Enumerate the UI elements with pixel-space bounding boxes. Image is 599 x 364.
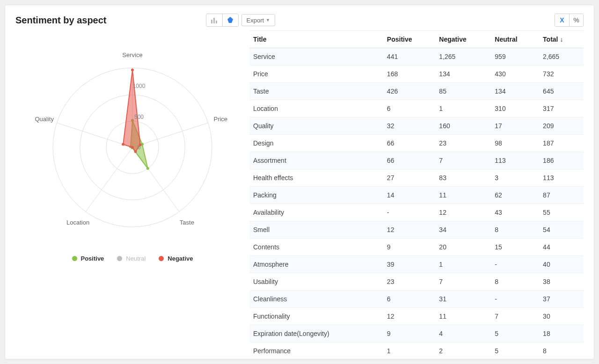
table-row[interactable]: Service4411,2659592,665 xyxy=(249,48,584,66)
cell-total: 187 xyxy=(539,135,584,152)
cell-total: 30 xyxy=(539,308,584,325)
legend-positive[interactable]: Positive xyxy=(72,255,104,262)
table-row[interactable]: Cleanliness631-37 xyxy=(249,291,584,308)
cell-total: 38 xyxy=(539,273,584,291)
cell-neutral: 310 xyxy=(491,100,539,117)
table-row[interactable]: Taste42685134645 xyxy=(249,83,584,100)
legend-dot-negative xyxy=(159,256,164,261)
table-row[interactable]: Price168134430732 xyxy=(249,66,584,83)
cell-positive: 12 xyxy=(383,221,436,239)
cell-neutral: 43 xyxy=(491,204,539,221)
cell-negative: 160 xyxy=(435,117,491,135)
col-total[interactable]: Total ↓ xyxy=(539,31,584,48)
table-row[interactable]: Packing14116287 xyxy=(249,187,584,204)
cell-neutral: 17 xyxy=(491,117,539,135)
axis-label: Quality xyxy=(35,115,53,122)
col-neutral[interactable]: Neutral xyxy=(491,31,539,48)
panel-content: ServicePriceTasteLocationQuality05001000… xyxy=(15,30,584,354)
cell-negative: 85 xyxy=(435,83,491,100)
cell-negative: 1 xyxy=(435,256,491,273)
table-row[interactable]: Expiration date(Longevity)94518 xyxy=(249,325,584,342)
cell-title: Cleanliness xyxy=(249,291,383,308)
cell-positive: 168 xyxy=(383,66,436,83)
table-row[interactable]: Design662398187 xyxy=(249,135,584,152)
cell-neutral: 8 xyxy=(491,221,539,239)
export-button[interactable]: Export ▼ xyxy=(241,14,276,26)
axis-label: Location xyxy=(66,219,89,226)
cell-total: 54 xyxy=(539,221,584,239)
cell-neutral: 3 xyxy=(491,169,539,187)
panel-title: Sentiment by aspect xyxy=(15,15,107,26)
cell-total: 8 xyxy=(539,342,584,355)
table-row[interactable]: Usability237838 xyxy=(249,273,584,291)
cell-title: Availability xyxy=(249,204,383,221)
radar-chart-toggle[interactable] xyxy=(222,14,238,26)
table-row[interactable]: Location61310317 xyxy=(249,100,584,117)
cell-neutral: 430 xyxy=(491,66,539,83)
cell-total: 732 xyxy=(539,66,584,83)
svg-marker-17 xyxy=(123,70,140,152)
chart-legend: Positive Neutral Negative xyxy=(72,255,193,262)
cell-neutral: 134 xyxy=(491,83,539,100)
sentiment-panel: Sentiment by aspect Export ▼ X % xyxy=(5,5,594,359)
table-row[interactable]: Smell1234854 xyxy=(249,221,584,239)
chart-column: ServicePriceTasteLocationQuality05001000… xyxy=(15,30,249,354)
cell-negative: 2 xyxy=(435,342,491,355)
col-title[interactable]: Title xyxy=(249,31,383,48)
cell-negative: 7 xyxy=(435,152,491,169)
cell-positive: 66 xyxy=(383,135,436,152)
table-row[interactable]: Functionality1211730 xyxy=(249,308,584,325)
right-button-group: X % xyxy=(555,14,584,27)
tick-label: 500 xyxy=(134,114,144,120)
legend-label-positive: Positive xyxy=(81,255,104,262)
svg-point-18 xyxy=(131,69,134,72)
axis-label: Service xyxy=(122,51,142,58)
cell-positive: 66 xyxy=(383,152,436,169)
cell-negative: 11 xyxy=(435,187,491,204)
cell-positive: 441 xyxy=(383,48,436,66)
bar-chart-icon xyxy=(211,17,218,23)
cell-positive: - xyxy=(383,204,436,221)
table-row[interactable]: Atmosphere391-40 xyxy=(249,256,584,273)
table-row[interactable]: Quality3216017209 xyxy=(249,117,584,135)
table-header-row: Title Positive Negative Neutral Total ↓ xyxy=(249,31,584,48)
svg-line-9 xyxy=(86,147,132,212)
axis-label: Price xyxy=(213,115,227,122)
radar-svg xyxy=(34,49,231,246)
legend-dot-positive xyxy=(72,256,77,261)
cell-negative: 23 xyxy=(435,135,491,152)
legend-negative[interactable]: Negative xyxy=(159,255,193,262)
cell-neutral: 5 xyxy=(491,342,539,355)
table-row[interactable]: Assortment667113186 xyxy=(249,152,584,169)
cell-neutral: 7 xyxy=(491,308,539,325)
cell-positive: 426 xyxy=(383,83,436,100)
table-row[interactable]: Health effects27833113 xyxy=(249,169,584,187)
sentiment-table: Title Positive Negative Neutral Total ↓ … xyxy=(249,31,584,354)
svg-point-14 xyxy=(146,167,149,170)
legend-label-neutral: Neutral xyxy=(126,255,146,262)
cell-positive: 27 xyxy=(383,169,436,187)
cell-positive: 6 xyxy=(383,100,436,117)
cell-negative: 31 xyxy=(435,291,491,308)
table-row[interactable]: Contents9201544 xyxy=(249,239,584,256)
col-negative[interactable]: Negative xyxy=(435,31,491,48)
cell-neutral: 62 xyxy=(491,187,539,204)
cell-title: Price xyxy=(249,66,383,83)
col-positive[interactable]: Positive xyxy=(383,31,436,48)
bar-chart-toggle[interactable] xyxy=(206,14,222,26)
export-label: Export xyxy=(247,17,264,24)
percent-button[interactable]: % xyxy=(569,14,583,26)
cell-negative: 7 xyxy=(435,273,491,291)
cell-title: Atmosphere xyxy=(249,256,383,273)
close-button[interactable]: X xyxy=(555,14,569,26)
cell-negative: 12 xyxy=(435,204,491,221)
svg-point-22 xyxy=(122,143,124,146)
tick-label: 1000 xyxy=(133,83,146,89)
legend-neutral[interactable]: Neutral xyxy=(117,255,146,262)
table-row[interactable]: Performance1258 xyxy=(249,342,584,355)
panel-header: Sentiment by aspect Export ▼ X % xyxy=(15,14,584,27)
cell-title: Smell xyxy=(249,221,383,239)
table-row[interactable]: Availability-124355 xyxy=(249,204,584,221)
cell-positive: 12 xyxy=(383,308,436,325)
cell-title: Assortment xyxy=(249,152,383,169)
